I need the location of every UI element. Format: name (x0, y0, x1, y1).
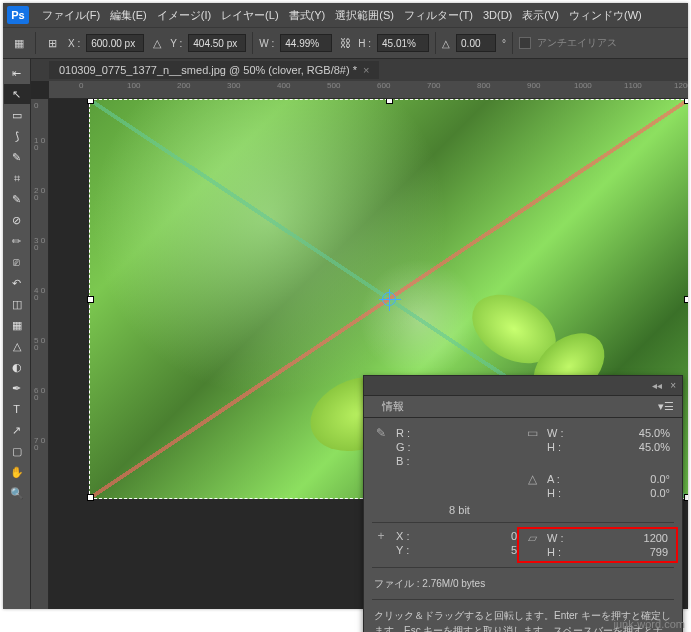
info-panel: ◂◂ × 情報 ▾☰ ✎ R : G : B : (363, 375, 683, 632)
pen-tool[interactable]: ✒ (4, 378, 30, 398)
menu-file[interactable]: ファイル(F) (37, 5, 105, 26)
highlighted-dimensions: ▱ W :1200 H :799 (517, 527, 678, 563)
healing-tool[interactable]: ⊘ (4, 210, 30, 230)
options-bar: ▦ ⊞ X : △ Y : W : ⛓ H : △ ° アンチエイリアス (3, 27, 688, 59)
eyedropper-icon: ✎ (372, 426, 390, 440)
menu-window[interactable]: ウィンドウ(W) (564, 5, 647, 26)
menu-select[interactable]: 選択範囲(S) (330, 5, 399, 26)
document-tab[interactable]: 010309_0775_1377_n__smed.jpg @ 50% (clov… (49, 61, 379, 79)
app-logo[interactable]: Ps (7, 6, 29, 24)
path-select-tool[interactable]: ↗ (4, 420, 30, 440)
panel-collapse-icon[interactable]: ◂◂ (652, 380, 662, 391)
panel-body: ✎ R : G : B : ▭ W :45.0% H :45.0% (364, 418, 682, 632)
zoom-tool[interactable]: 🔍 (4, 483, 30, 503)
menu-filter[interactable]: フィルター(T) (399, 5, 478, 26)
dodge-tool[interactable]: ◐ (4, 357, 30, 377)
menubar: Ps ファイル(F) 編集(E) イメージ(I) レイヤー(L) 書式(Y) 選… (3, 3, 688, 27)
lasso-tool[interactable]: ⟆ (4, 126, 30, 146)
y-input[interactable] (188, 34, 246, 52)
tools-panel: ⇤ ↖ ▭ ⟆ ✎ ⌗ ✎ ⊘ ✏ ⎚ ↶ ◫ ▦ △ ◐ ✒ T ↗ ▢ ✋ … (3, 59, 31, 609)
file-size: ファイル : 2.76M/0 bytes (372, 572, 674, 595)
position-icon: + (372, 529, 390, 543)
type-tool[interactable]: T (4, 399, 30, 419)
x-input[interactable] (86, 34, 144, 52)
x-label: X : (68, 38, 80, 49)
quick-select-tool[interactable]: ✎ (4, 147, 30, 167)
angle-icon: △ (523, 472, 541, 486)
menu-layer[interactable]: レイヤー(L) (216, 5, 283, 26)
w-label: W : (259, 38, 274, 49)
h-label: H : (358, 38, 371, 49)
history-brush-tool[interactable]: ↶ (4, 273, 30, 293)
stamp-tool[interactable]: ⎚ (4, 252, 30, 272)
document-tabs: 010309_0775_1377_n__smed.jpg @ 50% (clov… (31, 59, 688, 81)
ruler-horizontal[interactable]: 0 100 200 300 400 500 600 700 800 900 10… (49, 81, 688, 99)
dimensions-icon: ▭ (523, 426, 541, 440)
marquee-tool[interactable]: ▭ (4, 105, 30, 125)
panel-header[interactable]: ◂◂ × (364, 376, 682, 396)
menu-view[interactable]: 表示(V) (517, 5, 564, 26)
brush-tool[interactable]: ✏ (4, 231, 30, 251)
reference-point-icon[interactable]: ⊞ (42, 33, 62, 53)
main-area: ⇤ ↖ ▭ ⟆ ✎ ⌗ ✎ ⊘ ✏ ⎚ ↶ ◫ ▦ △ ◐ ✒ T ↗ ▢ ✋ … (3, 59, 688, 609)
gradient-tool[interactable]: ▦ (4, 315, 30, 335)
angle-input[interactable] (456, 34, 496, 52)
tab-close-icon[interactable]: × (363, 64, 369, 76)
ruler-vertical[interactable]: 0 1 0 0 2 0 0 3 0 0 4 0 0 5 0 0 6 0 0 7 … (31, 99, 49, 609)
antialias-label: アンチエイリアス (537, 36, 617, 50)
info-tab[interactable]: 情報 (372, 396, 414, 417)
watermark: junk-word.com (613, 618, 685, 630)
panel-tabs: 情報 ▾☰ (364, 396, 682, 418)
h-input[interactable] (377, 34, 429, 52)
y-label: Y : (170, 38, 182, 49)
tool-preset-icon[interactable]: ▦ (9, 33, 29, 53)
move-tool[interactable]: ↖ (4, 84, 30, 104)
antialias-checkbox[interactable] (519, 37, 531, 49)
w-input[interactable] (280, 34, 332, 52)
link-icon[interactable]: ⛓ (338, 37, 352, 49)
menu-3d[interactable]: 3D(D) (478, 6, 517, 24)
panel-menu-icon[interactable]: ▾☰ (658, 400, 674, 413)
eraser-tool[interactable]: ◫ (4, 294, 30, 314)
menu-type[interactable]: 書式(Y) (284, 5, 331, 26)
triangle-icon: △ (150, 37, 164, 50)
blur-tool[interactable]: △ (4, 336, 30, 356)
photoshop-app: Ps ファイル(F) 編集(E) イメージ(I) レイヤー(L) 書式(Y) 選… (3, 3, 688, 609)
eyedropper-tool[interactable]: ✎ (4, 189, 30, 209)
angle-unit: ° (502, 38, 506, 49)
crop-tool[interactable]: ⌗ (4, 168, 30, 188)
panel-close-icon[interactable]: × (670, 380, 676, 391)
collapse-icon[interactable]: ⇤ (4, 63, 30, 83)
tab-title: 010309_0775_1377_n__smed.jpg @ 50% (clov… (59, 64, 357, 76)
bit-depth: 8 bit (396, 504, 523, 516)
rectangle-tool[interactable]: ▢ (4, 441, 30, 461)
menu-edit[interactable]: 編集(E) (105, 5, 152, 26)
menu-image[interactable]: イメージ(I) (152, 5, 216, 26)
hand-tool[interactable]: ✋ (4, 462, 30, 482)
dimensions-icon: ▱ (523, 531, 541, 545)
angle-label: △ (442, 38, 450, 49)
